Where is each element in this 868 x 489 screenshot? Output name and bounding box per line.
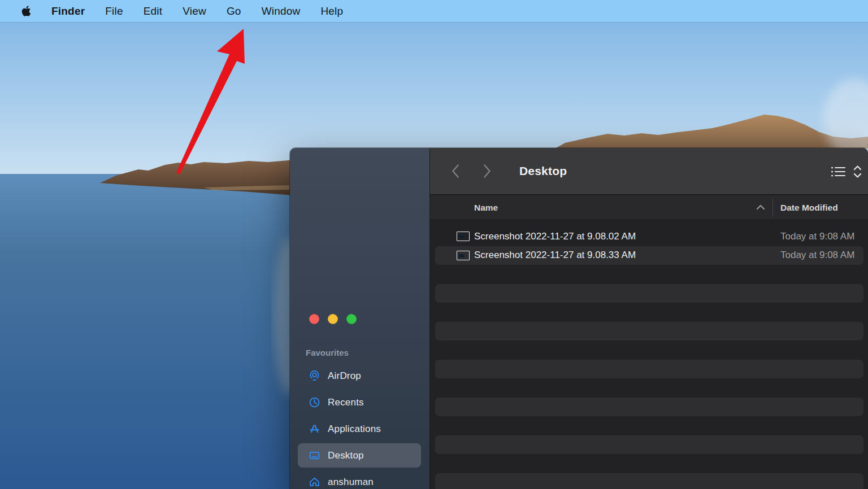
menu-item-go[interactable]: Go (227, 5, 241, 18)
file-name: Screenshot 2022-11-27 at 9.08.02 AM (474, 227, 636, 246)
empty-list-row (430, 322, 868, 341)
file-date-modified: Today at 9:08 AM (780, 227, 868, 246)
window-title: Desktop (519, 164, 567, 178)
empty-list-row (430, 340, 868, 360)
back-button[interactable] (448, 163, 463, 180)
file-list: Screenshot 2022-11-27 at 9.08.02 AMToday… (430, 227, 868, 489)
file-row[interactable]: Screenshot 2022-11-27 at 9.08.33 AMToday… (430, 246, 868, 265)
airdrop-icon (309, 370, 320, 382)
menu-item-view[interactable]: View (183, 5, 206, 18)
close-window-button[interactable] (309, 314, 319, 324)
sidebar-item-label: anshuman (328, 477, 374, 488)
appstore-icon (309, 423, 320, 435)
finder-toolbar: Desktop (430, 148, 868, 195)
column-header-date[interactable]: Date Modified (780, 195, 838, 220)
sidebar-item-airdrop[interactable]: AirDrop (298, 363, 421, 389)
file-name: Screenshot 2022-11-27 at 9.08.33 AM (474, 246, 636, 265)
file-thumbnail-icon (457, 232, 470, 241)
list-view-icon[interactable] (831, 165, 846, 178)
menu-item-edit[interactable]: Edit (144, 5, 163, 18)
sort-ascending-icon (756, 203, 766, 213)
desktop-screen: { "menu_bar": { "items": [ { "label": "F… (0, 0, 868, 489)
empty-list-row (430, 284, 868, 303)
file-row[interactable]: Screenshot 2022-11-27 at 9.08.02 AMToday… (430, 227, 868, 246)
column-header-name[interactable]: Name (474, 195, 498, 220)
empty-list-row (430, 303, 868, 322)
empty-list-row (430, 416, 868, 435)
menu-item-finder[interactable]: Finder (51, 5, 85, 18)
sidebar-item-applications[interactable]: Applications (298, 416, 421, 442)
finder-content: Desktop Name (430, 148, 868, 489)
file-thumbnail-icon (457, 251, 470, 260)
minimize-window-button[interactable] (328, 314, 338, 324)
sidebar-item-desktop[interactable]: Desktop (298, 443, 421, 468)
empty-list-row (430, 265, 868, 284)
empty-list-row (430, 435, 868, 455)
sidebar-item-label: Applications (328, 423, 381, 435)
sidebar-item-label: Desktop (328, 450, 364, 461)
empty-list-row (430, 454, 868, 473)
finder-window: Favourites AirDropRecentsApplicationsDes… (290, 148, 868, 489)
apple-logo-icon[interactable] (21, 5, 33, 18)
sidebar-item-label: AirDrop (328, 370, 361, 382)
empty-list-row (430, 473, 868, 489)
desktop-icon (309, 449, 320, 461)
column-divider[interactable] (772, 199, 773, 217)
file-date-modified: Today at 9:08 AM (780, 246, 868, 265)
home-icon (309, 476, 320, 488)
clock-icon (309, 396, 320, 408)
menu-item-help[interactable]: Help (320, 5, 343, 18)
sidebar-section-label: Favourites (306, 348, 349, 357)
forward-button[interactable] (480, 163, 494, 180)
menu-item-file[interactable]: File (105, 5, 123, 18)
empty-list-row (430, 360, 868, 379)
sort-options-icon[interactable] (853, 165, 862, 178)
sidebar-items: AirDropRecentsApplicationsDesktopanshuma… (290, 363, 430, 489)
window-controls (309, 314, 357, 324)
empty-list-row (430, 398, 868, 417)
menu-bar: FinderFileEditViewGoWindowHelp (0, 0, 868, 23)
sidebar-item-label: Recents (328, 397, 364, 408)
zoom-window-button[interactable] (346, 314, 357, 324)
empty-list-row (430, 378, 868, 398)
sidebar-item-anshuman[interactable]: anshuman (298, 469, 421, 489)
list-header: Name Date Modified (430, 195, 868, 220)
sidebar-item-recents[interactable]: Recents (298, 389, 421, 416)
finder-sidebar: Favourites AirDropRecentsApplicationsDes… (290, 148, 430, 489)
menu-item-window[interactable]: Window (262, 5, 301, 18)
